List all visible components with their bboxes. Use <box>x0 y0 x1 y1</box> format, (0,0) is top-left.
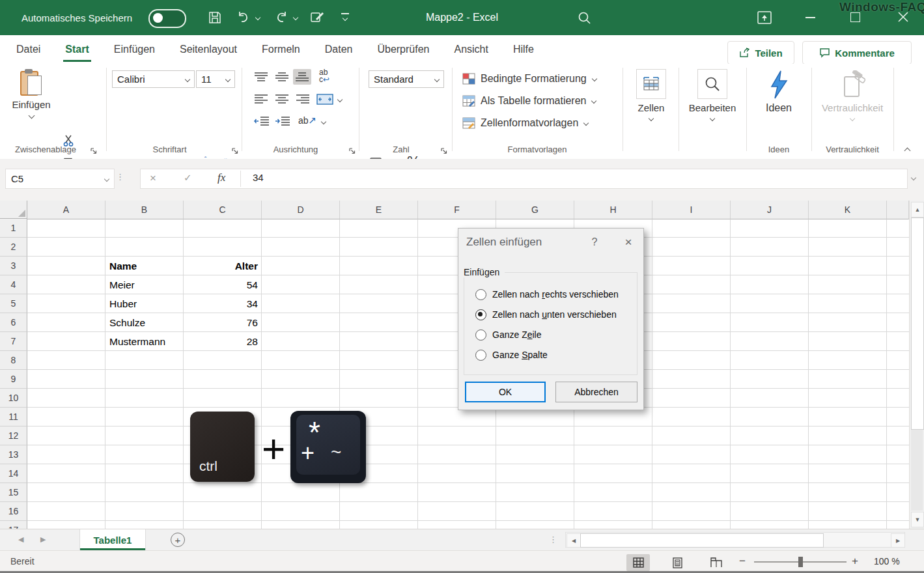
zoom-out-icon[interactable]: − <box>739 555 746 568</box>
formula-bar-resize-handle[interactable]: ⋮ <box>116 172 124 182</box>
column-header-I[interactable]: I <box>652 201 731 219</box>
scroll-right-icon[interactable]: ▶ <box>891 533 905 548</box>
scroll-up-icon[interactable]: ▲ <box>911 202 924 217</box>
merge-dropdown-icon[interactable] <box>337 97 343 102</box>
cell-C4[interactable]: 54 <box>184 275 262 294</box>
row-header-3[interactable]: 3 <box>0 257 27 275</box>
horizontal-scrollbar[interactable]: ◀ ▶ <box>565 532 905 548</box>
ribbon-tab-8[interactable]: Ansicht <box>441 35 500 64</box>
tab-scroll-splitter[interactable]: ⋮ <box>549 535 557 544</box>
orientation-dropdown-icon[interactable] <box>321 119 326 124</box>
row-header-14[interactable]: 14 <box>0 464 27 483</box>
ok-button[interactable]: OK <box>465 382 546 402</box>
column-header-partial[interactable] <box>887 201 909 219</box>
radio-option-1[interactable]: Zellen nach rechts verschieben <box>475 287 619 301</box>
orientation-icon[interactable]: ab↗ <box>298 115 316 126</box>
ribbon-tab-5[interactable]: Formeln <box>249 35 313 64</box>
save-icon[interactable] <box>207 10 223 28</box>
normal-view-button[interactable] <box>626 554 650 571</box>
column-header-B[interactable]: B <box>105 201 184 219</box>
row-header-16[interactable]: 16 <box>0 502 27 521</box>
radio-unselected-icon[interactable] <box>475 350 486 361</box>
ribbon-tab-2[interactable]: Start <box>53 35 101 64</box>
redo-icon[interactable] <box>273 10 289 28</box>
search-icon[interactable] <box>577 10 592 28</box>
align-center-icon[interactable] <box>275 94 289 107</box>
ink-mode-icon[interactable] <box>310 10 326 27</box>
sheet-nav-next-icon[interactable]: ▶ <box>40 535 46 544</box>
align-bottom-button[interactable] <box>293 69 311 85</box>
font-size-combo[interactable]: 11 <box>196 70 235 88</box>
row-header-11[interactable]: 11 <box>0 408 27 426</box>
sheet-tab-tabelle1[interactable]: Tabelle1 <box>79 529 146 550</box>
add-sheet-icon[interactable]: + <box>171 533 185 547</box>
dialog-title-bar[interactable]: Zellen einfügen ? × <box>458 229 643 256</box>
horizontal-scroll-thumb[interactable] <box>580 533 824 548</box>
cell-B7[interactable]: Mustermann <box>105 332 184 351</box>
row-header-4[interactable]: 4 <box>0 275 27 294</box>
cell-B6[interactable]: Schulze <box>105 313 184 332</box>
scroll-down-icon[interactable]: ▼ <box>911 512 924 527</box>
cell-C7[interactable]: 28 <box>184 332 262 351</box>
autosave-toggle[interactable] <box>148 9 186 28</box>
radio-unselected-icon[interactable] <box>475 289 486 300</box>
merge-center-icon[interactable] <box>316 94 333 107</box>
wrap-text-icon[interactable]: ab c↩ <box>319 69 329 83</box>
radio-unselected-icon[interactable] <box>475 329 486 341</box>
expand-formula-bar-icon[interactable] <box>911 175 916 180</box>
row-header-5[interactable]: 5 <box>0 294 27 313</box>
dialog-close-icon[interactable]: × <box>619 235 638 249</box>
cell-B5[interactable]: Huber <box>105 294 184 313</box>
row-header-9[interactable]: 9 <box>0 370 27 389</box>
column-header-E[interactable]: E <box>340 201 418 219</box>
radio-selected-icon[interactable] <box>475 309 486 320</box>
column-header-C[interactable]: C <box>184 201 262 219</box>
cancel-entry-icon[interactable]: × <box>150 172 156 185</box>
sheet-nav-prev-icon[interactable]: ◀ <box>18 535 23 544</box>
ribbon-display-options-icon[interactable] <box>757 10 772 27</box>
share-button[interactable]: Teilen <box>727 41 794 64</box>
column-header-F[interactable]: F <box>418 201 496 219</box>
radio-option-3[interactable]: Ganze Zeile <box>475 328 542 342</box>
column-header-G[interactable]: G <box>496 201 574 219</box>
dialog-help-icon[interactable]: ? <box>585 236 604 248</box>
sensitivity-button[interactable]: Vertraulichkeit <box>815 69 889 120</box>
align-top-icon[interactable] <box>254 72 268 85</box>
page-break-view-button[interactable] <box>705 554 728 571</box>
radio-option-4[interactable]: Ganze Spalte <box>475 348 548 362</box>
row-header-6[interactable]: 6 <box>0 313 27 332</box>
zoom-slider-thumb[interactable] <box>798 557 803 567</box>
align-left-icon[interactable] <box>254 94 268 107</box>
font-dialog-launcher-icon[interactable] <box>231 146 239 154</box>
cancel-button[interactable]: Abbrechen <box>555 382 637 402</box>
undo-icon[interactable] <box>236 10 251 28</box>
vertical-scroll-thumb[interactable] <box>911 217 924 430</box>
cell-B3[interactable]: Name <box>105 257 184 275</box>
ribbon-tab-9[interactable]: Hilfe <box>501 35 546 64</box>
confirm-entry-icon[interactable]: ✓ <box>184 172 192 184</box>
column-header-A[interactable]: A <box>27 201 105 219</box>
ideas-button[interactable]: Ideen <box>750 69 807 114</box>
name-box[interactable]: C5 <box>5 169 115 189</box>
cells-button[interactable]: Zellen <box>626 69 676 120</box>
row-header-8[interactable]: 8 <box>0 351 27 370</box>
clipboard-dialog-launcher-icon[interactable] <box>90 146 98 154</box>
minimize-button[interactable] <box>805 17 815 18</box>
conditional-formatting-button[interactable]: Bedingte Formatierung <box>462 69 596 89</box>
row-header-12[interactable]: 12 <box>0 426 27 445</box>
scroll-left-icon[interactable]: ◀ <box>567 533 581 548</box>
ribbon-tab-7[interactable]: Überprüfen <box>365 35 441 64</box>
vertical-scrollbar[interactable]: ▲ ▼ <box>909 201 924 529</box>
row-header-2[interactable]: 2 <box>0 238 27 257</box>
ribbon-tab-6[interactable]: Daten <box>313 35 365 64</box>
redo-dropdown-icon[interactable] <box>293 15 298 20</box>
cell-C5[interactable]: 34 <box>184 294 262 313</box>
row-header-13[interactable]: 13 <box>0 445 27 464</box>
page-layout-view-button[interactable] <box>665 554 689 571</box>
column-header-D[interactable]: D <box>262 201 340 219</box>
ribbon-tab-4[interactable]: Seitenlayout <box>167 35 249 64</box>
row-header-17[interactable]: 17 <box>0 521 27 529</box>
paste-button[interactable]: Einfügen <box>9 68 53 118</box>
cell-C3[interactable]: Alter <box>184 257 262 275</box>
qat-customize-icon[interactable] <box>341 13 349 20</box>
